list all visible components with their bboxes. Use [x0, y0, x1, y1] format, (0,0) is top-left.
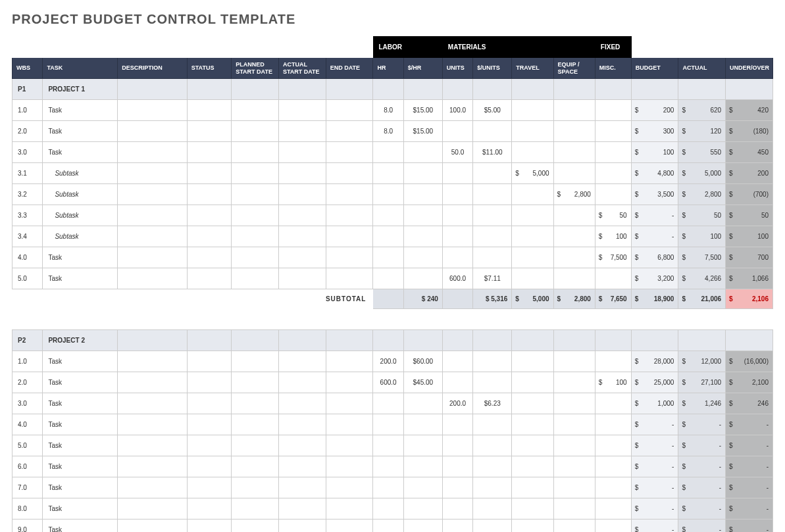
table-row: 1.0Task8.0$15.00100.0$5.00$200$620$420 [13, 100, 773, 121]
table-row: 3.1Subtask$5,000$4,800$5,000$200 [13, 163, 773, 184]
table-row: 6.0Task$-$-$- [13, 456, 773, 477]
group-fixed[interactable]: FIXED [595, 37, 631, 58]
col-header-dhr[interactable]: $/HR [403, 58, 442, 79]
col-header-equip[interactable]: EQUIP / SPACE [553, 58, 595, 79]
table-row: 3.3Subtask$50$-$50$50 [13, 205, 773, 226]
table-row: 3.0Task50.0$11.00$100$550$450 [13, 142, 773, 163]
table-row: 3.0Task200.0$6.23$1,000$1,246$246 [13, 393, 773, 414]
col-header-over[interactable]: UNDER/OVER [726, 58, 773, 79]
col-header-misc[interactable]: MISC. [595, 58, 631, 79]
project-row: P1PROJECT 1 [13, 79, 773, 100]
col-header-units[interactable]: UNITS [442, 58, 472, 79]
table-row: 4.0Task$-$-$- [13, 414, 773, 435]
budget-table: LABORMATERIALSFIXEDWBSTASKDESCRIPTIONSTA… [12, 36, 773, 532]
page-title: PROJECT BUDGET CONTROL TEMPLATE [12, 12, 773, 27]
col-header-task[interactable]: TASK [43, 58, 118, 79]
table-row: 1.0Task200.0$60.00$28,000$12,000$(16,000… [13, 351, 773, 372]
group-materials[interactable]: MATERIALS [442, 37, 595, 58]
col-header-astart[interactable]: ACTUAL START DATE [278, 58, 326, 79]
subtotal-row: SUBTOTAL$ 240$ 5,316$5,000$2,800$7,650$1… [13, 289, 773, 309]
col-header-dunits[interactable]: $/UNITS [473, 58, 512, 79]
table-row: 8.0Task$-$-$- [13, 498, 773, 520]
table-row: 4.0Task$7,500$6,800$7,500$700 [13, 247, 773, 268]
table-row: 2.0Task8.0$15.00$300$120$(180) [13, 121, 773, 142]
table-row: 3.2Subtask$2,800$3,500$2,800$(700) [13, 184, 773, 205]
col-header-end[interactable]: END DATE [326, 58, 373, 79]
table-row: 7.0Task$-$-$- [13, 477, 773, 498]
col-header-status[interactable]: STATUS [187, 58, 231, 79]
group-labor[interactable]: LABOR [373, 37, 442, 58]
project-row: P2PROJECT 2 [13, 330, 773, 351]
col-header-wbs[interactable]: WBS [13, 58, 43, 79]
table-row: 2.0Task600.0$45.00$100$25,000$27,100$2,1… [13, 372, 773, 393]
col-header-desc[interactable]: DESCRIPTION [118, 58, 187, 79]
col-header-budget[interactable]: BUDGET [631, 58, 678, 79]
col-header-hr[interactable]: HR [373, 58, 403, 79]
col-header-actual[interactable]: ACTUAL [678, 58, 726, 79]
table-row: 3.4Subtask$100$-$100$100 [13, 226, 773, 247]
col-header-travel[interactable]: TRAVEL [512, 58, 553, 79]
table-row: 5.0Task600.0$7.11$3,200$4,266$1,066 [13, 268, 773, 289]
col-header-pstart[interactable]: PLANNED START DATE [232, 58, 279, 79]
table-row: 5.0Task$-$-$- [13, 435, 773, 456]
table-row: 9.0Task$-$-$- [13, 520, 773, 533]
